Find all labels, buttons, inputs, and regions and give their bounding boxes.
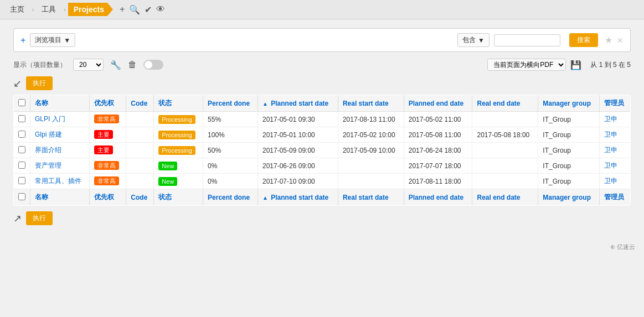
execute-button-top[interactable]: 执行 xyxy=(26,76,53,90)
search-button[interactable]: 搜索 xyxy=(569,33,598,47)
search-icon[interactable]: 🔍 xyxy=(129,4,140,15)
arrow-up-icon: ↗ xyxy=(13,212,22,225)
header-status[interactable]: 状态 xyxy=(154,95,203,112)
admin-link-4[interactable]: 卫申 xyxy=(604,177,617,185)
footer-code[interactable]: Code xyxy=(126,189,154,206)
row-name-2[interactable]: 界面介绍 xyxy=(30,143,90,158)
footer-planned-end[interactable]: Planned end date xyxy=(404,189,472,206)
priority-badge-1: 主要 xyxy=(94,130,113,139)
header-admin[interactable]: 管理员 xyxy=(599,95,630,112)
row-checkbox-4[interactable] xyxy=(14,174,30,189)
flow-icon[interactable]: ✔ xyxy=(145,4,152,15)
admin-link-2[interactable]: 卫申 xyxy=(604,146,617,154)
footer-sort-icon: ▲ xyxy=(262,195,268,201)
footer-real-end[interactable]: Real end date xyxy=(472,189,538,206)
header-code[interactable]: Code xyxy=(126,95,154,112)
select-all-footer-checkbox[interactable] xyxy=(18,193,25,200)
delete-icon[interactable]: 🗑 xyxy=(128,60,137,70)
row-manager-group-0: IT_Group xyxy=(538,112,599,127)
row-real-end-3 xyxy=(472,158,538,174)
admin-link-0[interactable]: 卫申 xyxy=(604,115,617,123)
contains-select[interactable]: 包含 ▼ xyxy=(457,33,490,47)
row-checkbox-input-2[interactable] xyxy=(18,146,25,153)
footer-real-start[interactable]: Real start date xyxy=(338,189,404,206)
header-name[interactable]: 名称 xyxy=(30,95,90,112)
row-real-end-2 xyxy=(472,143,538,158)
footer-percent[interactable]: Percent done xyxy=(203,189,258,206)
add-icon[interactable]: + xyxy=(120,4,125,14)
browse-label: 浏览项目 xyxy=(35,35,61,45)
table-row: Glpi 搭建 主要 Processing 100% 2017-05-01 10… xyxy=(14,127,631,143)
row-name-link-1[interactable]: Glpi 搭建 xyxy=(35,131,62,138)
row-priority-3: 非常高 xyxy=(90,158,126,174)
favorite-icon[interactable]: ★ xyxy=(605,35,612,45)
nav-action-icons: + 🔍 ✔ 👁 xyxy=(120,4,165,15)
footer-planned-start[interactable]: ▲ Planned start date xyxy=(257,189,338,206)
count-select[interactable]: 20 50 100 xyxy=(73,59,104,71)
close-search-icon[interactable]: ✕ xyxy=(617,36,624,45)
projects-table: 名称 优先权 Code 状态 Percent done ▲ Planned st… xyxy=(13,95,631,206)
search-add-button[interactable]: + xyxy=(20,35,25,45)
header-priority[interactable]: 优先权 xyxy=(90,95,126,112)
row-manager-group-2: IT_Group xyxy=(538,143,599,158)
footer-manager-group[interactable]: Manager group xyxy=(538,189,599,206)
row-percent-4: 0% xyxy=(203,174,258,189)
header-percent[interactable]: Percent done xyxy=(203,95,258,112)
row-name-0[interactable]: GLPI 入门 xyxy=(30,112,90,127)
row-name-link-3[interactable]: 资产管理 xyxy=(35,162,61,169)
row-planned-start-1: 2017-05-01 10:00 xyxy=(257,127,338,143)
page-count: 从 1 到 5 在 5 xyxy=(590,60,631,70)
row-admin-3[interactable]: 卫申 xyxy=(599,158,630,174)
priority-badge-0: 非常高 xyxy=(94,115,119,123)
header-manager-group[interactable]: Manager group xyxy=(538,95,599,112)
admin-link-3[interactable]: 卫申 xyxy=(604,162,617,169)
row-checkbox-input-0[interactable] xyxy=(18,115,25,122)
browse-select[interactable]: 浏览项目 ▼ xyxy=(30,33,75,47)
header-planned-end[interactable]: Planned end date xyxy=(404,95,472,112)
select-all-checkbox[interactable] xyxy=(18,99,25,106)
row-admin-0[interactable]: 卫申 xyxy=(599,112,630,127)
toggle-button[interactable] xyxy=(143,60,163,70)
footer-admin[interactable]: 管理员 xyxy=(599,189,630,206)
toolbar-row: 显示（项目数量） 20 50 100 🔧 🗑 当前页面为横向PDF 💾 从 1 … xyxy=(13,59,631,71)
nav-tools[interactable]: 工具 xyxy=(36,2,61,17)
footer-status[interactable]: 状态 xyxy=(154,189,203,206)
footer-name[interactable]: 名称 xyxy=(30,189,90,206)
admin-link-1[interactable]: 卫申 xyxy=(604,131,617,138)
save-icon[interactable]: 💾 xyxy=(570,60,581,70)
row-planned-start-2: 2017-05-09 09:00 xyxy=(257,143,338,158)
row-admin-4[interactable]: 卫申 xyxy=(599,174,630,189)
pdf-select[interactable]: 当前页面为横向PDF xyxy=(487,59,566,71)
footer-checkbox-col xyxy=(14,189,30,206)
view-icon[interactable]: 👁 xyxy=(156,4,165,14)
brand-label: ⊕ 亿速云 xyxy=(610,243,635,251)
settings-icon[interactable]: 🔧 xyxy=(110,60,121,70)
row-checkbox-input-3[interactable] xyxy=(18,162,25,169)
footer-priority[interactable]: 优先权 xyxy=(90,189,126,206)
row-admin-1[interactable]: 卫申 xyxy=(599,127,630,143)
row-priority-4: 非常高 xyxy=(90,174,126,189)
row-name-link-2[interactable]: 界面介绍 xyxy=(35,146,61,154)
row-name-link-0[interactable]: GLPI 入门 xyxy=(35,115,65,123)
row-name-4[interactable]: 常用工具、插件 xyxy=(30,174,90,189)
header-planned-start[interactable]: ▲ Planned start date xyxy=(257,95,338,112)
row-checkbox-2[interactable] xyxy=(14,143,30,158)
execute-button-bottom[interactable]: 执行 xyxy=(26,211,53,225)
row-checkbox-input-4[interactable] xyxy=(18,177,25,184)
row-checkbox-0[interactable] xyxy=(14,112,30,127)
row-checkbox-input-1[interactable] xyxy=(18,131,25,138)
header-real-start[interactable]: Real start date xyxy=(338,95,404,112)
search-input[interactable] xyxy=(494,34,560,46)
row-real-start-4 xyxy=(338,174,404,189)
row-name-1[interactable]: Glpi 搭建 xyxy=(30,127,90,143)
row-checkbox-1[interactable] xyxy=(14,127,30,143)
row-checkbox-3[interactable] xyxy=(14,158,30,174)
nav-home[interactable]: 主页 xyxy=(4,2,30,17)
row-name-link-4[interactable]: 常用工具、插件 xyxy=(35,177,81,185)
row-name-3[interactable]: 资产管理 xyxy=(30,158,90,174)
header-real-end[interactable]: Real end date xyxy=(472,95,538,112)
table-row: GLPI 入门 非常高 Processing 55% 2017-05-01 09… xyxy=(14,112,631,127)
row-manager-group-3: IT_Group xyxy=(538,158,599,174)
row-admin-2[interactable]: 卫申 xyxy=(599,143,630,158)
row-real-start-2: 2017-05-09 10:00 xyxy=(338,143,404,158)
